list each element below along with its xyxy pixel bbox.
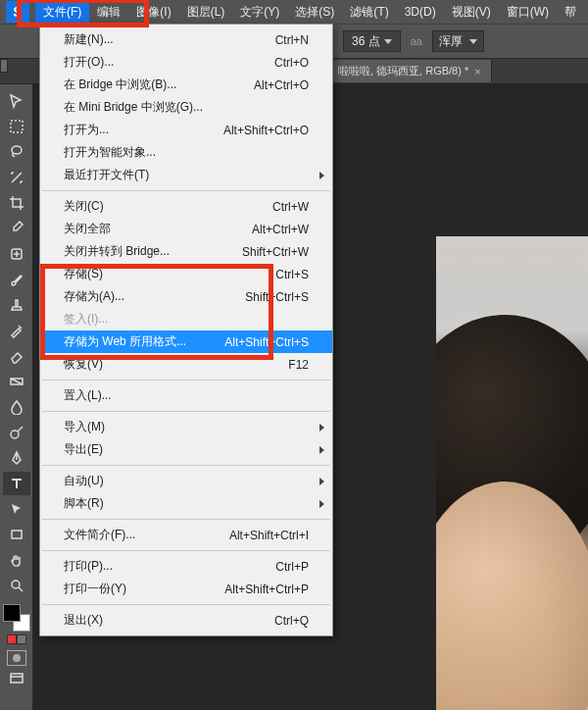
menu-item-label: 文件简介(F)... (64, 527, 135, 543)
file-menu-item-28[interactable]: 打印一份(Y)Alt+Shift+Ctrl+P (40, 578, 332, 600)
menu-6[interactable]: 滤镜(T) (342, 0, 396, 25)
menu-item-label: 打印(P)... (64, 558, 113, 575)
color-swatches[interactable] (3, 604, 30, 632)
svg-point-6 (12, 581, 20, 588)
menu-7[interactable]: 3D(D) (397, 1, 444, 23)
file-menu-dropdown: 新建(N)...Ctrl+N打开(O)...Ctrl+O在 Bridge 中浏览… (39, 24, 333, 636)
menu-item-shortcut: Ctrl+S (275, 268, 309, 281)
menu-separator (42, 604, 330, 605)
menu-item-label: 打印一份(Y) (64, 581, 126, 597)
menu-item-shortcut: Alt+Ctrl+W (252, 223, 309, 236)
menu-separator (42, 550, 330, 551)
file-menu-item-10[interactable]: 关闭并转到 Bridge...Shift+Ctrl+W (40, 240, 332, 263)
panel-grip-icon[interactable] (0, 59, 8, 73)
file-menu-item-13: 签入(I)... (40, 308, 332, 330)
file-menu-item-22[interactable]: 自动(U) (40, 470, 332, 492)
file-menu-item-2[interactable]: 在 Bridge 中浏览(B)...Alt+Ctrl+O (40, 74, 332, 96)
menu-0[interactable]: 文件(F) (35, 0, 89, 25)
submenu-arrow-icon (319, 446, 324, 454)
file-menu-item-27[interactable]: 打印(P)...Ctrl+P (40, 555, 332, 578)
menu-separator (42, 519, 330, 520)
menu-item-shortcut: Ctrl+Q (274, 614, 309, 628)
file-menu-item-3[interactable]: 在 Mini Bridge 中浏览(G)... (40, 96, 332, 119)
type-tool[interactable] (3, 472, 30, 495)
menu-5[interactable]: 选择(S) (287, 0, 342, 25)
file-menu-item-12[interactable]: 存储为(A)...Shift+Ctrl+S (40, 285, 332, 308)
file-menu-item-4[interactable]: 打开为...Alt+Shift+Ctrl+O (40, 119, 332, 141)
lasso-tool[interactable] (3, 140, 30, 164)
svg-rect-0 (11, 121, 23, 132)
menu-10[interactable]: 帮 (557, 0, 584, 25)
pen-tool[interactable] (3, 446, 30, 470)
eyedropper-tool[interactable] (3, 217, 30, 240)
healing-brush-tool[interactable] (3, 242, 30, 266)
file-menu-item-20[interactable]: 导出(E) (40, 438, 332, 461)
font-size-field[interactable]: 36 点 (343, 30, 401, 52)
gradient-tool[interactable] (3, 370, 30, 393)
zoom-tool[interactable] (3, 574, 30, 597)
file-menu-item-25[interactable]: 文件简介(F)...Alt+Shift+Ctrl+I (40, 524, 332, 546)
file-menu-item-0[interactable]: 新建(N)...Ctrl+N (40, 28, 332, 51)
color-chip-gray[interactable] (17, 634, 26, 644)
menu-item-shortcut: Ctrl+W (272, 200, 309, 214)
color-chip-red[interactable] (7, 634, 17, 644)
menu-4[interactable]: 文字(Y) (232, 0, 287, 25)
menu-item-label: 打开为... (64, 122, 109, 138)
menu-item-label: 存储为 Web 所用格式... (64, 333, 186, 350)
menu-item-label: 关闭全部 (64, 221, 111, 237)
path-selection-tool[interactable] (3, 497, 30, 521)
magic-wand-tool[interactable] (3, 166, 30, 189)
file-menu-item-30[interactable]: 退出(X)Ctrl+Q (40, 609, 332, 632)
menu-item-label: 导入(M) (64, 419, 105, 435)
menu-1[interactable]: 编辑 (89, 0, 128, 25)
file-menu-item-9[interactable]: 关闭全部Alt+Ctrl+W (40, 218, 332, 240)
svg-point-1 (12, 146, 22, 154)
menu-item-label: 在 Mini Bridge 中浏览(G)... (64, 99, 203, 116)
submenu-arrow-icon (319, 172, 324, 179)
hand-tool[interactable] (3, 548, 30, 572)
file-menu-item-14[interactable]: 存储为 Web 所用格式...Alt+Shift+Ctrl+S (40, 330, 332, 353)
file-menu-item-8[interactable]: 关闭(C)Ctrl+W (40, 195, 332, 218)
menu-8[interactable]: 视图(V) (444, 0, 499, 25)
menu-9[interactable]: 窗口(W) (499, 0, 557, 25)
document-tab[interactable]: 啦啦啦, 德玛西亚, RGB/8) * × (328, 60, 492, 82)
menu-item-shortcut: Alt+Shift+Ctrl+I (229, 529, 309, 542)
marquee-tool[interactable] (3, 115, 30, 138)
app-logo: S (6, 1, 29, 23)
file-menu-item-6[interactable]: 最近打开文件(T) (40, 164, 332, 186)
svg-rect-7 (11, 674, 23, 683)
dodge-tool[interactable] (3, 421, 30, 444)
file-menu-item-17[interactable]: 置入(L)... (40, 384, 332, 407)
foreground-color-swatch[interactable] (3, 604, 21, 622)
crop-tool[interactable] (3, 191, 30, 215)
file-menu-item-15[interactable]: 恢复(V)F12 (40, 353, 332, 376)
brush-tool[interactable] (3, 268, 30, 291)
file-menu-item-23[interactable]: 脚本(R) (40, 492, 332, 515)
menu-item-label: 存储(S) (64, 266, 103, 282)
submenu-arrow-icon (319, 500, 324, 508)
blur-tool[interactable] (3, 395, 30, 419)
menu-2[interactable]: 图像(I) (128, 0, 178, 25)
file-menu-item-5[interactable]: 打开为智能对象... (40, 141, 332, 164)
screen-mode-button[interactable] (3, 667, 30, 690)
move-tool[interactable] (3, 89, 30, 113)
menu-3[interactable]: 图层(L) (179, 0, 233, 25)
menu-item-shortcut: Ctrl+N (275, 33, 309, 47)
rectangle-tool[interactable] (3, 523, 30, 546)
file-menu-item-19[interactable]: 导入(M) (40, 416, 332, 438)
close-icon[interactable]: × (474, 66, 480, 77)
file-menu-item-1[interactable]: 打开(O)...Ctrl+O (40, 51, 332, 74)
menu-item-label: 关闭(C) (64, 198, 104, 215)
antialias-select[interactable]: 浑厚 (432, 30, 484, 52)
menu-item-shortcut: Shift+Ctrl+S (245, 290, 309, 304)
history-brush-tool[interactable] (3, 319, 30, 342)
clone-stamp-tool[interactable] (3, 293, 30, 317)
menu-item-label: 打开(O)... (64, 54, 114, 71)
menu-item-label: 打开为智能对象... (64, 144, 156, 161)
quick-mask-toggle[interactable] (7, 650, 26, 666)
eraser-tool[interactable] (3, 344, 30, 368)
tools-panel (0, 84, 33, 710)
submenu-arrow-icon (319, 478, 324, 485)
file-menu-item-11[interactable]: 存储(S)Ctrl+S (40, 263, 332, 285)
menu-item-label: 退出(X) (64, 612, 103, 629)
